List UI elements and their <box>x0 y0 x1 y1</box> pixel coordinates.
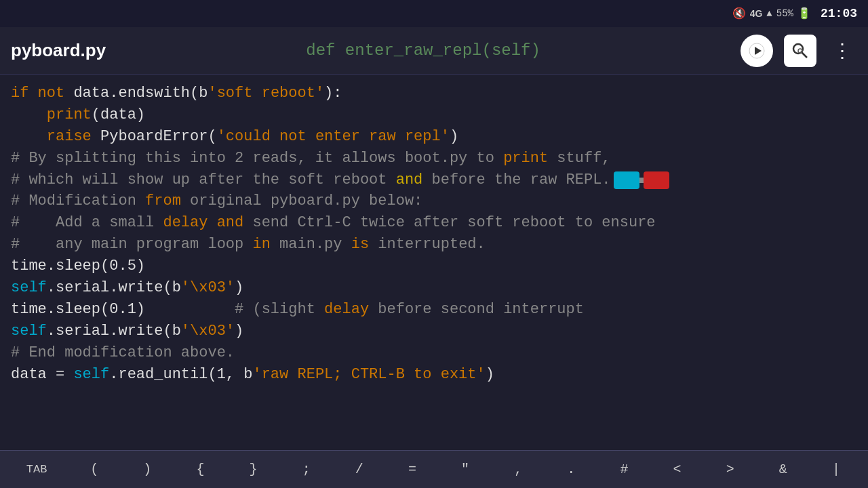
toolbar: pyboard.py def enter_raw_repl(self) ⋮ <box>0 27 868 75</box>
code-indent <box>11 104 47 126</box>
code-line-12: self.serial.write(b'\x03') <box>11 321 857 342</box>
toolbar-actions: ⋮ <box>741 34 857 68</box>
shortcut-quote[interactable]: " <box>439 456 492 483</box>
code-line-4: # By splitting this into 2 reads, it all… <box>11 148 857 169</box>
arrow-right-icon <box>749 43 765 59</box>
signal-icon: ▲ <box>766 8 772 19</box>
comment-text: main.py <box>271 234 351 256</box>
keyword-self3: self <box>73 364 109 386</box>
code-text: (data) <box>92 104 145 126</box>
code-text: time.sleep(0.1) <box>11 299 235 321</box>
code-text: .read_until(1, b <box>109 364 252 386</box>
svg-line-3 <box>802 52 807 58</box>
keyword-and2: and <box>217 212 244 234</box>
shortcut-pipe[interactable]: | <box>810 456 863 483</box>
code-text: .serial.write(b <box>47 277 181 299</box>
battery-percent: 55% <box>776 8 793 19</box>
keyword-print-comment: print <box>503 148 548 169</box>
glasses-bridge <box>639 178 644 183</box>
string-raw-repl: 'raw REPL; CTRL-B to exit' <box>252 364 485 386</box>
function-name: def enter_raw_repl(self) <box>106 41 741 60</box>
code-line-7: # Add a small delay and send Ctrl-C twic… <box>11 212 857 234</box>
string-soft-reboot: 'soft reboot' <box>208 83 324 104</box>
code-indent <box>11 126 47 148</box>
code-line-6: # Modification from original pyboard.py … <box>11 190 857 212</box>
shortcut-ampersand[interactable]: & <box>757 456 810 483</box>
code-text: ) <box>450 126 458 148</box>
code-text: ) <box>486 364 494 386</box>
keyword-if: if <box>11 83 38 104</box>
comment-text: original pyboard.py below: <box>181 190 422 212</box>
shortcut-period[interactable]: . <box>545 456 597 483</box>
shortcuts-bar: TAB ( ) { } ; / = " , . # < > & | <box>0 450 868 488</box>
keyword-not: not <box>38 83 74 104</box>
shortcut-comma[interactable]: , <box>492 456 545 483</box>
keyword-and: and <box>396 169 423 191</box>
comment-text: # Modification <box>11 190 145 212</box>
code-line-2: print(data) <box>11 104 857 126</box>
code-text: ): <box>324 83 342 104</box>
shortcut-close-paren[interactable]: ) <box>121 456 174 483</box>
shortcut-slash[interactable]: / <box>333 456 386 483</box>
more-options-button[interactable]: ⋮ <box>827 34 857 68</box>
code-line-9: time.sleep(0.5) <box>11 256 857 277</box>
comment-text: # (slight <box>235 299 324 321</box>
code-text: PyboardError( <box>100 126 217 148</box>
code-line-3: raise PyboardError('could not enter raw … <box>11 126 857 148</box>
keyword-delay: delay <box>163 212 208 234</box>
network-icon: 4G <box>750 8 763 19</box>
shortcut-equals[interactable]: = <box>386 456 439 483</box>
bluetooth-icon: 🔇 <box>732 7 746 20</box>
keyword-delay2: delay <box>324 299 369 321</box>
keyword-from: from <box>145 190 181 212</box>
keyword-print: print <box>47 104 92 126</box>
shortcut-hash[interactable]: # <box>597 456 650 483</box>
comment-text: # By splitting this into 2 reads, it all… <box>11 148 503 169</box>
shortcut-semicolon[interactable]: ; <box>280 456 333 483</box>
code-text: data.endswith(b <box>73 83 208 104</box>
search-button[interactable] <box>784 35 816 67</box>
code-text: time.sleep(0.5) <box>11 256 145 277</box>
code-text: data = <box>11 364 73 386</box>
comment-text: # End modification above. <box>11 342 235 364</box>
shortcut-close-brace[interactable]: } <box>227 456 280 483</box>
keyword-raise: raise <box>47 126 100 148</box>
code-text: ) <box>235 277 243 299</box>
code-line-14: data = self.read_until(1, b'raw REPL; CT… <box>11 364 857 386</box>
code-text: .serial.write(b <box>47 321 181 342</box>
code-line-10: self.serial.write(b'\x03') <box>11 277 857 299</box>
glasses-left-lens <box>614 171 639 189</box>
keyword-is: is <box>351 234 369 256</box>
shortcut-open-paren[interactable]: ( <box>68 456 121 483</box>
shortcut-open-brace[interactable]: { <box>174 456 226 483</box>
3d-glasses <box>614 171 669 189</box>
code-text: ) <box>235 321 243 342</box>
code-line-11: time.sleep(0.1) # (slight delay before s… <box>11 299 857 321</box>
string-error: 'could not enter raw repl' <box>217 126 450 148</box>
status-time: 21:03 <box>821 7 857 20</box>
comment-text: before the raw REPL. <box>422 169 610 191</box>
keyword-self: self <box>11 277 47 299</box>
comment-text: # any main program loop <box>11 234 252 256</box>
string-x03-2: '\x03' <box>181 321 235 342</box>
code-editor[interactable]: if not data.endswith(b'soft reboot'): pr… <box>0 75 868 450</box>
shortcut-less-than[interactable]: < <box>651 456 704 483</box>
comment-text: send Ctrl-C twice after soft reboot to e… <box>243 212 655 234</box>
code-line-1: if not data.endswith(b'soft reboot'): <box>11 83 857 104</box>
shortcut-greater-than[interactable]: > <box>704 456 757 483</box>
status-bar: 🔇 4G ▲ 55% 🔋 21:03 <box>0 0 868 27</box>
code-line-8: # any main program loop in main.py is in… <box>11 234 857 256</box>
file-title: pyboard.py <box>11 40 106 61</box>
comment-text: interrupted. <box>369 234 486 256</box>
comment-text: before second interrupt <box>369 299 584 321</box>
keyword-self2: self <box>11 321 47 342</box>
battery-icon: 🔋 <box>797 7 811 20</box>
string-x03: '\x03' <box>181 277 235 299</box>
comment-text: stuff, <box>548 148 610 169</box>
code-line-13: # End modification above. <box>11 342 857 364</box>
run-button[interactable] <box>741 35 773 67</box>
code-line-5: # which will show up after the soft rebo… <box>11 169 857 191</box>
glasses-right-lens <box>644 171 669 189</box>
status-icons: 🔇 4G ▲ 55% 🔋 21:03 <box>732 7 857 20</box>
shortcut-tab[interactable]: TAB <box>5 458 68 481</box>
